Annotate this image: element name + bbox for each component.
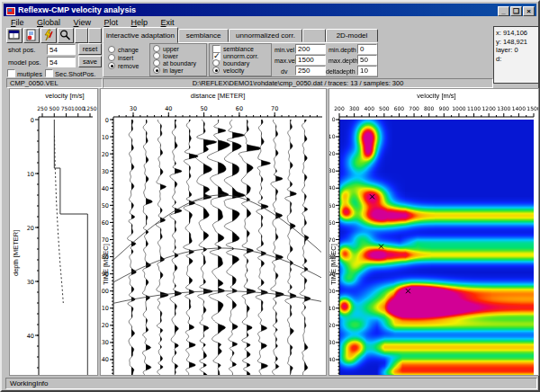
tab-semblance[interactable]: semblance xyxy=(178,29,229,42)
svg-text:1250: 1250 xyxy=(83,105,96,111)
svg-text:70: 70 xyxy=(102,236,109,244)
lightning-pen-icon[interactable] xyxy=(40,28,57,43)
svg-text:30: 30 xyxy=(102,168,109,175)
app-icon xyxy=(6,7,15,15)
mode-radio-remove[interactable] xyxy=(108,62,115,69)
window-title: Reflexw-CMP velocity analysis xyxy=(18,5,136,14)
max-depth-input[interactable] xyxy=(357,55,377,65)
info-x: x: 914,106 xyxy=(496,29,536,38)
svg-text:20: 20 xyxy=(102,151,109,158)
svg-text:140: 140 xyxy=(329,356,336,362)
velocity-model-title: velocity [m/s] xyxy=(30,92,98,100)
svg-text:120: 120 xyxy=(329,322,336,328)
svg-text:60: 60 xyxy=(329,219,336,226)
window-grid-icon[interactable] xyxy=(6,28,22,43)
min-depth-label: min.depth xyxy=(328,47,356,54)
svg-text:110: 110 xyxy=(329,305,336,311)
dv-input[interactable] xyxy=(295,66,326,76)
svg-text:100: 100 xyxy=(101,288,109,295)
semblance-axes-overlay: 2003004005006007008009001000110012001300… xyxy=(329,89,539,376)
tab-blank[interactable] xyxy=(302,29,326,42)
svg-text:50: 50 xyxy=(329,202,336,209)
deltadepth-input[interactable] xyxy=(357,66,377,76)
info-y: y: 148,921 xyxy=(496,38,536,47)
position-lower-label: lower xyxy=(163,53,178,60)
velocity-model-panel[interactable]: velocity [m/s] depth [METER] 25050075010… xyxy=(9,88,98,376)
velocity-radio[interactable] xyxy=(212,67,220,74)
file-info: D:\REFLEX\DEMO1\rohdate\cmp_0050.dat / t… xyxy=(103,78,493,88)
mode-change-label: change xyxy=(118,47,139,54)
position-radio-at-boundary[interactable] xyxy=(153,59,160,67)
mutiples-checkbox[interactable] xyxy=(7,69,15,77)
boundary-radio[interactable] xyxy=(212,59,220,67)
menu-global[interactable]: Global xyxy=(32,17,66,28)
svg-text:400: 400 xyxy=(364,105,375,111)
mode-radio-change[interactable] xyxy=(108,46,115,53)
position-in-layer-label: in layer xyxy=(163,67,184,75)
tab-interactive-adaptation[interactable]: interactive adaptation xyxy=(103,27,178,43)
position-radio-upper[interactable] xyxy=(153,45,160,52)
svg-text:30: 30 xyxy=(329,167,336,174)
minimize-button[interactable]: _ xyxy=(498,6,509,16)
tab-unnormalized-corr[interactable]: unnormalized corr. xyxy=(229,29,302,42)
svg-text:0: 0 xyxy=(105,117,109,124)
close-button[interactable]: × xyxy=(523,6,535,16)
max-depth-label: max.depth xyxy=(328,58,358,65)
svg-text:10: 10 xyxy=(27,171,34,178)
menu-view[interactable]: View xyxy=(68,17,96,28)
shot-pos-input[interactable] xyxy=(47,44,76,55)
svg-text:130: 130 xyxy=(101,339,109,346)
tab-2d-model[interactable]: 2D-model xyxy=(326,29,378,42)
velocity-model-plot[interactable]: 25050075010001250010203040 xyxy=(10,89,98,376)
reset-button[interactable]: reset xyxy=(78,43,102,55)
semblance-panel[interactable]: velocity [m/s] TIME [MSEC] 2003004005006… xyxy=(328,88,539,376)
svg-text:50: 50 xyxy=(102,202,109,209)
mode-remove-label: remove xyxy=(118,63,139,70)
sec-shotpos-label: Sec.ShotPos. xyxy=(55,70,95,78)
cmp-gather-panel[interactable]: distance [METER] TIME [MSEC] 30405060700… xyxy=(100,88,327,376)
svg-text:40: 40 xyxy=(102,185,109,192)
coordinate-info-box: x: 914,106 y: 148,921 layer: 0 d: xyxy=(493,26,539,84)
info-layer: layer: 0 xyxy=(496,46,536,55)
sec-shotpos-checkbox[interactable] xyxy=(45,69,53,77)
info-d: d: xyxy=(496,55,536,64)
position-at-boundary-label: at boundary xyxy=(163,60,196,67)
svg-text:120: 120 xyxy=(101,322,109,329)
svg-text:20: 20 xyxy=(27,225,34,232)
app-window: Reflexw-CMP velocity analysis _ ❏ × File… xyxy=(0,0,540,392)
svg-text:10: 10 xyxy=(329,133,336,139)
min-vel-input[interactable] xyxy=(295,44,326,54)
svg-text:130: 130 xyxy=(329,339,336,345)
status-bar: WorkingInfo xyxy=(5,378,537,389)
boundary-label: boundary xyxy=(223,60,249,67)
maximize-button[interactable]: ❏ xyxy=(510,6,522,16)
magnifier-icon[interactable] xyxy=(58,28,74,43)
velocity-label: velocity xyxy=(223,67,244,75)
svg-text:40: 40 xyxy=(329,184,336,191)
svg-text:1100: 1100 xyxy=(467,105,481,111)
position-upper-label: upper xyxy=(163,46,179,53)
dv-label: dv xyxy=(281,68,287,76)
disabled-button-2 xyxy=(88,28,102,43)
position-radio-lower[interactable] xyxy=(153,52,160,59)
svg-text:140: 140 xyxy=(101,356,109,363)
min-depth-input[interactable] xyxy=(357,44,377,54)
unnorm-corr-label: unnorm.corr. xyxy=(223,53,258,60)
max-vel-input[interactable] xyxy=(295,55,326,65)
svg-text:800: 800 xyxy=(424,105,435,111)
model-pos-input[interactable] xyxy=(47,57,76,67)
svg-text:600: 600 xyxy=(394,105,405,111)
svg-text:60: 60 xyxy=(102,219,109,227)
distance-axis-title: distance [METER] xyxy=(113,92,322,100)
document-zoom-icon[interactable] xyxy=(23,28,40,43)
menu-file[interactable]: File xyxy=(5,17,30,28)
cmp-gather-plot[interactable]: 3040506070010203040506070809010011012013… xyxy=(101,89,327,376)
mode-radio-insert[interactable] xyxy=(108,54,115,61)
min-vel-label: min.vel xyxy=(274,47,294,54)
semblance-velocity-title: velocity [m/s] xyxy=(339,92,534,100)
position-radio-in-layer[interactable] xyxy=(153,67,160,74)
svg-text:110: 110 xyxy=(101,305,109,312)
svg-text:200: 200 xyxy=(334,105,345,111)
svg-text:70: 70 xyxy=(329,236,336,243)
save-button[interactable]: save xyxy=(78,56,102,67)
